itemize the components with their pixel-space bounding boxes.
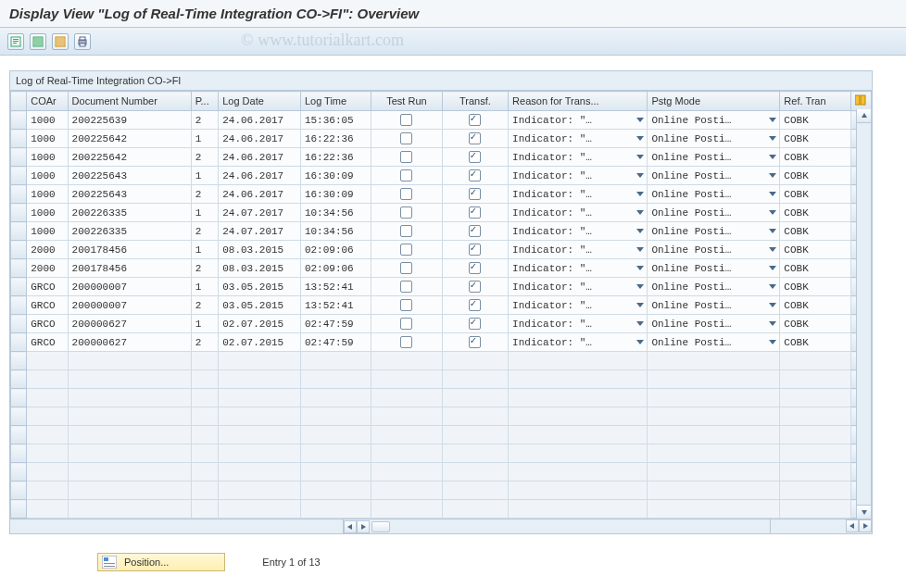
cell-testrun[interactable] <box>371 333 442 352</box>
cell-pstgmode[interactable]: Online Posti… <box>648 111 780 130</box>
cell-reason[interactable]: Indicator: "… <box>509 259 648 278</box>
cell-testrun[interactable] <box>371 241 442 259</box>
cell-transf[interactable] <box>442 278 508 296</box>
cell-pstgmode[interactable]: Online Posti… <box>648 167 780 185</box>
col-logtime[interactable]: Log Time <box>300 92 371 111</box>
cell-testrun[interactable] <box>371 204 442 222</box>
col-configure-button[interactable] <box>850 92 871 111</box>
row-selector[interactable] <box>11 315 27 333</box>
table-row[interactable]: 2000200178456208.03.201502:09:06Indicato… <box>11 259 872 278</box>
cell-pstgmode[interactable]: Online Posti… <box>648 222 780 241</box>
cell-pstgmode[interactable]: Online Posti… <box>648 296 780 315</box>
table-row[interactable]: 1000200225643124.06.201716:30:09Indicato… <box>11 167 872 185</box>
cell-transf[interactable] <box>442 222 508 241</box>
row-selector[interactable] <box>11 222 27 241</box>
cell-transf[interactable] <box>442 148 508 167</box>
col-testrun[interactable]: Test Run <box>371 92 442 111</box>
toolbar-details-button[interactable] <box>7 33 24 50</box>
table-row[interactable]: 1000200225639224.06.201715:36:05Indicato… <box>11 111 872 130</box>
scroll-right-button-2[interactable] <box>859 519 872 532</box>
toolbar-select-all-button[interactable] <box>30 33 46 50</box>
cell-reason[interactable]: Indicator: "… <box>509 333 648 352</box>
cell-testrun[interactable] <box>371 222 442 241</box>
cell-pstgmode[interactable]: Online Posti… <box>648 185 780 204</box>
cell-pstgmode[interactable]: Online Posti… <box>648 315 780 333</box>
cell-reason[interactable]: Indicator: "… <box>509 296 648 315</box>
cell-pstgmode[interactable]: Online Posti… <box>648 259 780 278</box>
row-selector[interactable] <box>11 333 27 352</box>
col-coar[interactable]: COAr <box>27 92 68 111</box>
table-row[interactable]: 1000200225643224.06.201716:30:09Indicato… <box>11 185 872 204</box>
cell-reason[interactable]: Indicator: "… <box>509 185 648 204</box>
cell-reason[interactable]: Indicator: "… <box>509 204 648 222</box>
col-transf[interactable]: Transf. <box>442 92 508 111</box>
table-row[interactable]: 1000200225642124.06.201716:22:36Indicato… <box>11 130 872 148</box>
cell-reason[interactable]: Indicator: "… <box>509 167 648 185</box>
table-row[interactable]: 2000200178456108.03.201502:09:06Indicato… <box>11 241 872 259</box>
cell-testrun[interactable] <box>371 259 442 278</box>
cell-reason[interactable]: Indicator: "… <box>509 111 648 130</box>
cell-transf[interactable] <box>442 111 508 130</box>
table-row[interactable]: GRCO200000627202.07.201502:47:59Indicato… <box>11 333 872 352</box>
vertical-scrollbar[interactable] <box>856 109 871 519</box>
cell-reason[interactable]: Indicator: "… <box>509 222 648 241</box>
cell-pstgmode[interactable]: Online Posti… <box>648 278 780 296</box>
col-docnum[interactable]: Document Number <box>68 92 191 111</box>
row-selector[interactable] <box>11 204 27 222</box>
scroll-left-button-2[interactable] <box>846 519 859 532</box>
cell-pstgmode[interactable]: Online Posti… <box>648 241 780 259</box>
table-row[interactable]: 1000200225642224.06.201716:22:36Indicato… <box>11 148 872 167</box>
row-selector[interactable] <box>11 111 27 130</box>
row-selector[interactable] <box>11 278 27 296</box>
cell-testrun[interactable] <box>371 315 442 333</box>
scroll-left-button[interactable] <box>344 520 357 533</box>
cell-testrun[interactable] <box>371 111 442 130</box>
table-row[interactable]: 1000200226335124.07.201710:34:56Indicato… <box>11 204 872 222</box>
cell-transf[interactable] <box>442 185 508 204</box>
cell-transf[interactable] <box>442 333 508 352</box>
col-row-selector[interactable] <box>11 92 27 111</box>
cell-transf[interactable] <box>442 315 508 333</box>
col-p[interactable]: P... <box>191 92 219 111</box>
table-row[interactable]: GRCO200000007103.05.201513:52:41Indicato… <box>11 278 872 296</box>
cell-transf[interactable] <box>442 241 508 259</box>
toolbar-deselect-all-button[interactable] <box>52 33 69 50</box>
row-selector[interactable] <box>11 259 27 278</box>
cell-testrun[interactable] <box>371 185 442 204</box>
cell-testrun[interactable] <box>371 167 442 185</box>
cell-pstgmode[interactable]: Online Posti… <box>648 333 780 352</box>
col-reason[interactable]: Reason for Trans... <box>509 92 648 111</box>
table-row[interactable]: GRCO200000627102.07.201502:47:59Indicato… <box>11 315 872 333</box>
row-selector[interactable] <box>11 130 27 148</box>
cell-pstgmode[interactable]: Online Posti… <box>648 204 780 222</box>
scroll-right-button[interactable] <box>357 520 370 533</box>
cell-transf[interactable] <box>442 204 508 222</box>
scroll-thumb[interactable] <box>371 521 390 532</box>
row-selector[interactable] <box>11 241 27 259</box>
cell-transf[interactable] <box>442 259 508 278</box>
cell-reason[interactable]: Indicator: "… <box>509 241 648 259</box>
cell-transf[interactable] <box>442 130 508 148</box>
col-pstgmode[interactable]: Pstg Mode <box>648 92 780 111</box>
cell-testrun[interactable] <box>371 296 442 315</box>
cell-transf[interactable] <box>442 167 508 185</box>
table-row[interactable]: 1000200226335224.07.201710:34:56Indicato… <box>11 222 872 241</box>
cell-reason[interactable]: Indicator: "… <box>509 278 648 296</box>
horizontal-scrollbar[interactable] <box>9 519 873 534</box>
cell-pstgmode[interactable]: Online Posti… <box>648 130 780 148</box>
row-selector[interactable] <box>11 167 27 185</box>
table-row[interactable]: GRCO200000007203.05.201513:52:41Indicato… <box>11 296 872 315</box>
cell-testrun[interactable] <box>371 130 442 148</box>
toolbar-print-button[interactable] <box>74 33 91 50</box>
cell-reason[interactable]: Indicator: "… <box>509 148 648 167</box>
col-reftran[interactable]: Ref. Tran <box>780 92 850 111</box>
row-selector[interactable] <box>11 185 27 204</box>
row-selector[interactable] <box>11 296 27 315</box>
scroll-down-button[interactable] <box>857 505 871 519</box>
cell-testrun[interactable] <box>371 148 442 167</box>
cell-reason[interactable]: Indicator: "… <box>509 130 648 148</box>
row-selector[interactable] <box>11 148 27 167</box>
position-button[interactable]: Position... <box>97 553 225 571</box>
cell-testrun[interactable] <box>371 278 442 296</box>
scroll-up-button[interactable] <box>857 109 871 123</box>
